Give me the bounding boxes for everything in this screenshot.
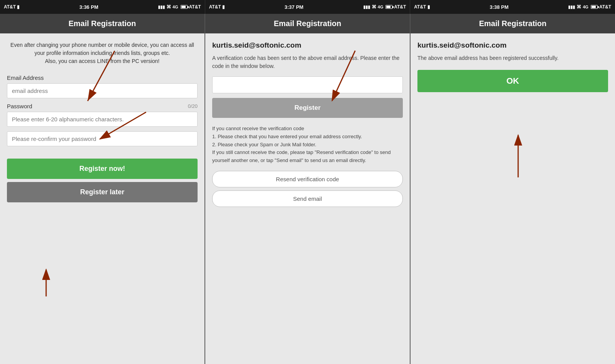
status-icons-3: ▮▮▮ ⌘ 4G AT&T bbox=[568, 4, 611, 10]
register-later-button[interactable]: Register later bbox=[7, 182, 198, 202]
signal-icon-1: ▮▮▮ bbox=[158, 5, 165, 10]
signal-icon-3: ▮▮▮ bbox=[568, 5, 575, 10]
time-1: 3:36 PM bbox=[80, 4, 98, 10]
help-item-1: 1. Please check that you have entered yo… bbox=[212, 134, 362, 139]
resend-verification-button[interactable]: Resend verification code bbox=[212, 171, 403, 187]
email-display-3: kurtis.seid@softonic.com bbox=[417, 41, 608, 50]
carrier-label-2: AT&T bbox=[394, 4, 406, 10]
help-text-container: If you cannot receive the verification c… bbox=[212, 125, 403, 165]
time-2: 3:37 PM bbox=[284, 4, 303, 10]
verification-desc: A verification code has been sent to the… bbox=[212, 54, 403, 70]
wifi-icon-1: ⌘ bbox=[166, 4, 171, 10]
screen-2-content: kurtis.seid@softonic.com A verification … bbox=[205, 33, 410, 364]
battery-icon-1 bbox=[181, 5, 188, 9]
help-item-2: 2. Please check your Spam or Junk Mail f… bbox=[212, 142, 316, 147]
battery-level-2: 4G bbox=[378, 5, 384, 9]
register-button[interactable]: Register bbox=[212, 98, 403, 118]
status-bar: AT&T ▮ 3:36 PM ▮▮▮ ⌘ 4G AT&T AT&T ▮ 3:37… bbox=[0, 0, 615, 14]
wifi-icon-2: ⌘ bbox=[372, 4, 376, 10]
screen-3-content: kurtis.seid@softonic.com The above email… bbox=[411, 33, 615, 364]
screen-1: Email Registration Even after changing y… bbox=[0, 14, 205, 364]
battery-level-3: 4G bbox=[583, 5, 588, 9]
screen-3-title: Email Registration bbox=[479, 19, 547, 28]
status-segment-1: AT&T ▮ 3:36 PM ▮▮▮ ⌘ 4G AT&T bbox=[0, 0, 205, 14]
battery-icon-2 bbox=[386, 5, 392, 9]
app-header-3: Email Registration bbox=[411, 14, 615, 33]
app-header-1: Email Registration bbox=[0, 14, 204, 33]
carrier-label-1: AT&T bbox=[189, 4, 201, 10]
status-icons-2: ▮▮▮ ⌘ 4G AT&T bbox=[363, 4, 406, 10]
battery-level-1: 4G bbox=[173, 5, 178, 9]
signal-icon-2: ▮▮▮ bbox=[363, 5, 370, 10]
ok-button[interactable]: OK bbox=[417, 70, 608, 92]
screens-container: Email Registration Even after changing y… bbox=[0, 14, 615, 364]
screen-1-title: Email Registration bbox=[68, 19, 136, 28]
email-label: Email Address bbox=[7, 74, 44, 81]
password-confirm-input[interactable] bbox=[7, 131, 198, 146]
app-header-2: Email Registration bbox=[205, 14, 410, 33]
screen-3: Email Registration kurtis.seid@softonic.… bbox=[411, 14, 615, 364]
help-item-3: If you still cannot receive the code, pl… bbox=[212, 149, 391, 163]
screen-2-title: Email Registration bbox=[274, 19, 341, 28]
status-segment-3: AT&T ▮ 3:38 PM ▮▮▮ ⌘ 4G AT&T bbox=[410, 0, 615, 14]
screen-1-content: Even after changing your phone number or… bbox=[0, 33, 204, 364]
screen-2: Email Registration kurtis.seid@softonic.… bbox=[205, 14, 411, 364]
carrier-2: AT&T ▮ bbox=[209, 4, 225, 10]
email-label-container: Email Address bbox=[7, 74, 198, 81]
carrier-3: AT&T ▮ bbox=[414, 4, 430, 10]
info-text: Even after changing your phone number or… bbox=[7, 41, 198, 65]
email-input[interactable] bbox=[7, 83, 198, 98]
password-counter: 0/20 bbox=[188, 103, 198, 109]
battery-icon-3 bbox=[591, 5, 598, 9]
status-icons-1: ▮▮▮ ⌘ 4G AT&T bbox=[158, 4, 201, 10]
password-input[interactable] bbox=[7, 112, 198, 127]
password-label: Password bbox=[7, 103, 32, 109]
verification-code-input[interactable] bbox=[212, 76, 403, 93]
success-text: The above email address has been registe… bbox=[417, 54, 608, 62]
wifi-icon-3: ⌘ bbox=[577, 4, 581, 10]
time-3: 3:38 PM bbox=[490, 4, 509, 10]
status-segment-2: AT&T ▮ 3:37 PM ▮▮▮ ⌘ 4G AT&T bbox=[205, 0, 411, 14]
password-label-container: Password 0/20 bbox=[7, 103, 198, 109]
send-email-button[interactable]: Send email bbox=[212, 190, 403, 207]
register-now-button[interactable]: Register now! bbox=[7, 159, 198, 179]
email-display-2: kurtis.seid@softonic.com bbox=[212, 41, 403, 50]
carrier-1: AT&T ▮ bbox=[4, 4, 20, 10]
help-title: If you cannot receive the verification c… bbox=[212, 126, 304, 131]
carrier-label-3: AT&T bbox=[599, 4, 611, 10]
